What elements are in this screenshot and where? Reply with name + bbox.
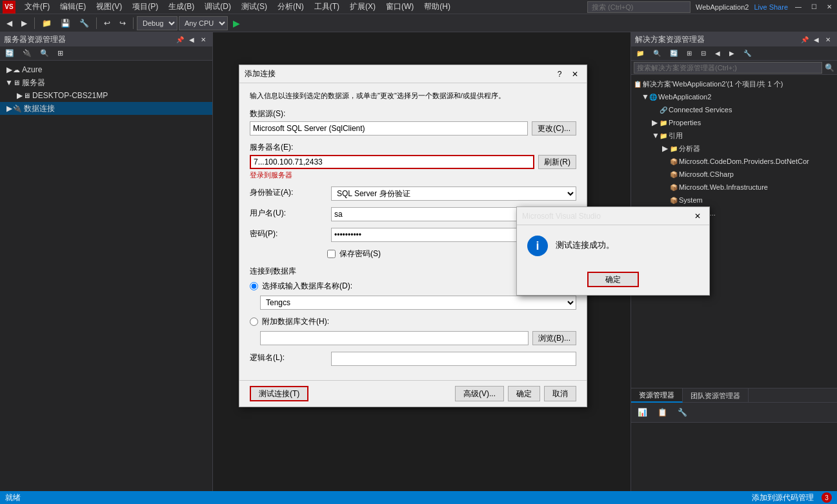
login-to-server-link[interactable]: 登录到服务器 bbox=[250, 170, 576, 180]
server-name-input[interactable] bbox=[250, 155, 534, 169]
menu-build[interactable]: 生成(B) bbox=[163, 0, 199, 14]
status-ready: 就绪 bbox=[5, 492, 21, 503]
select-db-radio[interactable] bbox=[250, 282, 258, 290]
sol-tree-codedom[interactable]: 📦 Microsoft.CodeDom.Providers.DotNetCor bbox=[631, 155, 837, 168]
redo-button[interactable]: ↪ bbox=[116, 16, 130, 30]
panel-close-icon[interactable]: ✕ bbox=[198, 34, 208, 45]
sol-toolbar-btn-7[interactable]: ▶ bbox=[725, 46, 738, 61]
menu-tools[interactable]: 工具(T) bbox=[309, 0, 345, 14]
data-source-input[interactable] bbox=[250, 121, 528, 136]
attach-db-radio[interactable] bbox=[250, 318, 258, 326]
toolbar-icon-1[interactable]: 📁 bbox=[38, 16, 55, 30]
auth-dropdown[interactable]: SQL Server 身份验证 bbox=[331, 186, 576, 201]
servers-label: 服务器 bbox=[22, 77, 45, 88]
dialog-close-button[interactable]: ✕ bbox=[569, 68, 581, 81]
sol-toolbar-btn-1[interactable]: 📁 bbox=[632, 46, 648, 61]
pin-icon[interactable]: 📌 bbox=[175, 34, 185, 45]
dialog-help-button[interactable]: ? bbox=[553, 68, 566, 81]
webinfra-icon: 📦 bbox=[670, 184, 678, 191]
sol-close-icon[interactable]: ✕ bbox=[823, 34, 833, 45]
minimize-button[interactable]: — bbox=[793, 2, 803, 12]
data-source-input-row: 更改(C)... bbox=[250, 121, 576, 136]
sol-toolbar-btn-5[interactable]: ⊟ bbox=[697, 46, 710, 61]
tree-item-azure[interactable]: ▶ ☁ Azure bbox=[0, 63, 212, 76]
rb-btn-2[interactable]: 📋 bbox=[654, 405, 671, 419]
advanced-button[interactable]: 高级(V)... bbox=[455, 386, 504, 401]
right-bottom-tabs: 资源管理器 团队资源管理器 bbox=[631, 388, 837, 403]
attach-db-input[interactable] bbox=[260, 331, 529, 345]
properties-label: Properties bbox=[669, 119, 701, 126]
desktop-icon: 🖥 bbox=[23, 92, 30, 99]
refresh-tree-button[interactable]: 🔄 bbox=[1, 46, 18, 61]
sol-arrow-icon[interactable]: ◀ bbox=[811, 34, 822, 45]
close-button[interactable]: ✕ bbox=[824, 2, 834, 12]
refresh-button[interactable]: 刷新(R) bbox=[538, 155, 576, 169]
menu-debug[interactable]: 调试(D) bbox=[199, 0, 236, 14]
database-dropdown[interactable]: Tengcs bbox=[260, 296, 576, 310]
menu-edit[interactable]: 编辑(E) bbox=[55, 0, 91, 14]
maximize-button[interactable]: ☐ bbox=[809, 2, 819, 12]
ok-button[interactable]: 确定 bbox=[508, 386, 540, 401]
sol-toolbar-btn-6[interactable]: ◀ bbox=[711, 46, 724, 61]
menu-extensions[interactable]: 扩展(X) bbox=[345, 0, 381, 14]
back-button[interactable]: ◀ bbox=[3, 16, 16, 30]
tab-resource-manager[interactable]: 资源管理器 bbox=[631, 388, 683, 403]
server-explorer-panel: 服务器资源管理器 📌 ◀ ✕ 🔄 🔌 🔍 ⊞ ▶ ☁ Azure ▼ 🖥 bbox=[0, 32, 213, 504]
test-dialog-close-button[interactable]: ✕ bbox=[691, 210, 704, 223]
undo-button[interactable]: ↩ bbox=[100, 16, 114, 30]
sol-toolbar-btn-3[interactable]: 🔄 bbox=[666, 46, 681, 61]
forward-button[interactable]: ▶ bbox=[17, 16, 31, 30]
sol-tree-system[interactable]: 📦 System bbox=[631, 194, 837, 207]
sol-tree-project[interactable]: ▼ 🌐 WebApplication2 bbox=[631, 90, 837, 103]
test-connection-button[interactable]: 测试连接(T) bbox=[250, 386, 308, 401]
solution-search-input[interactable] bbox=[634, 62, 822, 74]
sol-tree-connected-services[interactable]: 🔗 Connected Services bbox=[631, 103, 837, 116]
menu-test[interactable]: 测试(S) bbox=[236, 0, 272, 14]
rb-btn-1[interactable]: 📊 bbox=[634, 405, 651, 419]
attach-db-row: 附加数据库文件(H): 浏览(B)... bbox=[250, 316, 576, 345]
rb-btn-3[interactable]: 🔧 bbox=[674, 405, 691, 419]
tree-item-servers[interactable]: ▼ 🖥 服务器 bbox=[0, 76, 212, 89]
toolbar-icon-2[interactable]: 💾 bbox=[57, 16, 74, 30]
sol-tree-references[interactable]: ▼ 📁 引用 bbox=[631, 129, 837, 142]
menu-project[interactable]: 项目(P) bbox=[127, 0, 163, 14]
sol-tree-webinfra[interactable]: 📦 Microsoft.Web.Infrastructure bbox=[631, 181, 837, 194]
sol-toolbar-btn-4[interactable]: ⊞ bbox=[683, 46, 696, 61]
start-button[interactable]: ▶ bbox=[229, 16, 244, 30]
sol-tree-solution[interactable]: 📋 解决方案'WebApplication2'(1 个项目/共 1 个) bbox=[631, 77, 837, 90]
sol-tree-properties[interactable]: ▶ 📁 Properties bbox=[631, 116, 837, 129]
test-ok-button[interactable]: 确定 bbox=[587, 272, 639, 287]
sol-tree-csharp[interactable]: 📦 Microsoft.CSharp bbox=[631, 168, 837, 181]
sol-search-icon[interactable]: 🔍 bbox=[825, 63, 834, 72]
cancel-button[interactable]: 取消 bbox=[544, 386, 576, 401]
filter-button[interactable]: 🔍 bbox=[36, 46, 53, 61]
sol-pin-icon[interactable]: 📌 bbox=[800, 34, 810, 45]
menu-window[interactable]: 窗口(W) bbox=[381, 0, 419, 14]
menu-analyze[interactable]: 分析(N) bbox=[272, 0, 309, 14]
panel-arrow-icon[interactable]: ◀ bbox=[187, 34, 197, 45]
browse-button[interactable]: 浏览(B)... bbox=[532, 331, 576, 345]
sol-toolbar-btn-2[interactable]: 🔍 bbox=[649, 46, 665, 61]
menu-help[interactable]: 帮助(H) bbox=[419, 0, 456, 14]
save-password-checkbox[interactable] bbox=[327, 250, 336, 258]
tree-item-desktop[interactable]: ▶ 🖥 DESKTOP-CBS21MP bbox=[0, 89, 212, 102]
status-source-control[interactable]: 添加到源代码管理 bbox=[752, 492, 814, 503]
global-search-input[interactable] bbox=[587, 1, 691, 13]
tree-item-data-connections[interactable]: ▶ 🔌 数据连接 bbox=[0, 102, 212, 115]
menu-file[interactable]: 文件(F) bbox=[19, 0, 55, 14]
change-button[interactable]: 更改(C)... bbox=[532, 121, 576, 136]
sol-solution-label: 解决方案'WebApplication2'(1 个项目/共 1 个) bbox=[643, 79, 783, 89]
expand-all-button[interactable]: ⊞ bbox=[54, 46, 67, 61]
right-bottom-panel: 资源管理器 团队资源管理器 📊 📋 🔧 bbox=[631, 388, 837, 504]
attach-db-radio-option[interactable]: 附加数据库文件(H): bbox=[250, 316, 576, 327]
debug-mode-dropdown[interactable]: Debug bbox=[137, 16, 177, 30]
sol-tree-analyzer[interactable]: ▶ 📁 分析器 bbox=[631, 142, 837, 155]
toolbar-icon-3[interactable]: 🔧 bbox=[76, 16, 93, 30]
tab-team-manager[interactable]: 团队资源管理器 bbox=[683, 388, 749, 403]
alias-input[interactable] bbox=[331, 352, 576, 366]
connect-button[interactable]: 🔌 bbox=[19, 46, 35, 61]
cpu-dropdown[interactable]: Any CPU bbox=[179, 16, 228, 30]
live-share-btn[interactable]: Live Share bbox=[754, 3, 788, 11]
sol-toolbar-btn-8[interactable]: 🔧 bbox=[740, 46, 755, 61]
menu-view[interactable]: 视图(V) bbox=[91, 0, 127, 14]
